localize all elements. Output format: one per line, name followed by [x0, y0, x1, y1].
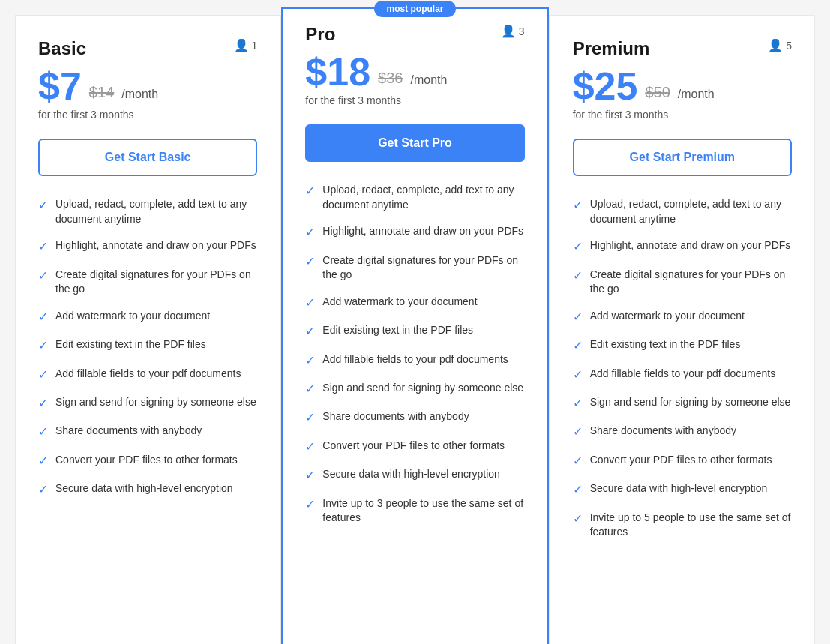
feature-text: Add fillable fields to your pdf document… [322, 352, 508, 367]
most-popular-badge: most popular [374, 1, 455, 17]
feature-item: ✓ Upload, redact, complete, add text to … [573, 197, 792, 226]
feature-item: ✓ Create digital signatures for your PDF… [573, 268, 792, 297]
check-icon: ✓ [573, 197, 583, 214]
feature-text: Add watermark to your document [55, 309, 210, 324]
price-original: $50 [645, 84, 670, 101]
feature-item: ✓ Upload, redact, complete, add text to … [38, 197, 257, 226]
feature-text: Share documents with anybody [55, 424, 202, 439]
user-count: 👤 5 [768, 38, 792, 52]
check-icon: ✓ [305, 352, 315, 369]
check-icon: ✓ [305, 409, 315, 426]
check-icon: ✓ [38, 481, 48, 498]
feature-item: ✓ Secure data with high-level encryption [38, 481, 257, 498]
price-row: $7 $14 /month [38, 67, 257, 106]
price-note: for the first 3 months [38, 109, 257, 121]
check-icon: ✓ [305, 224, 315, 241]
feature-item: ✓ Share documents with anybody [573, 424, 792, 440]
check-icon: ✓ [305, 496, 315, 513]
plan-card-basic: Basic 👤 1 $7 $14 /month for the first 3 … [15, 15, 280, 644]
plan-name: Pro [305, 24, 335, 45]
feature-text: Highlight, annotate and draw on your PDF… [322, 224, 523, 239]
plan-card-pro: most popular Pro 👤 3 $18 $36 /month for … [281, 7, 548, 644]
check-icon: ✓ [38, 238, 48, 255]
price-period: /month [121, 88, 158, 101]
feature-text: Share documents with anybody [322, 409, 469, 424]
feature-text: Convert your PDF files to other formats [590, 453, 772, 468]
feature-text: Share documents with anybody [590, 424, 736, 439]
pricing-container: Basic 👤 1 $7 $14 /month for the first 3 … [15, 15, 815, 644]
check-icon: ✓ [573, 367, 583, 383]
feature-item: ✓ Convert your PDF files to other format… [573, 453, 792, 469]
features-list: ✓ Upload, redact, complete, add text to … [305, 183, 524, 526]
cta-button-basic[interactable]: Get Start Basic [38, 139, 257, 176]
check-icon: ✓ [573, 424, 583, 440]
feature-item: ✓ Share documents with anybody [305, 409, 524, 426]
feature-text: Add watermark to your document [590, 309, 745, 324]
feature-text: Highlight, annotate and draw on your PDF… [55, 238, 256, 253]
check-icon: ✓ [38, 268, 48, 284]
feature-item: ✓ Add fillable fields to your pdf docume… [38, 367, 257, 383]
feature-item: ✓ Add watermark to your document [38, 309, 257, 325]
user-count: 👤 3 [501, 24, 525, 38]
feature-item: ✓ Add watermark to your document [305, 295, 524, 311]
feature-item: ✓ Convert your PDF files to other format… [305, 439, 524, 455]
check-icon: ✓ [573, 337, 583, 354]
features-list: ✓ Upload, redact, complete, add text to … [38, 197, 257, 499]
price-row: $18 $36 /month [305, 52, 524, 91]
check-icon: ✓ [573, 268, 583, 284]
check-icon: ✓ [305, 467, 315, 484]
feature-item: ✓ Add fillable fields to your pdf docume… [573, 367, 792, 383]
price-main: $7 [38, 67, 82, 106]
plan-card-premium: Premium 👤 5 $25 $50 /month for the first… [550, 15, 815, 644]
cta-button-premium[interactable]: Get Start Premium [573, 139, 792, 176]
check-icon: ✓ [573, 511, 583, 527]
price-period: /month [678, 88, 715, 101]
check-icon: ✓ [573, 395, 583, 412]
feature-item: ✓ Edit existing text in the PDF files [573, 337, 792, 354]
feature-text: Edit existing text in the PDF files [590, 337, 741, 352]
feature-item: ✓ Convert your PDF files to other format… [38, 453, 257, 469]
user-count-value: 5 [786, 40, 792, 52]
check-icon: ✓ [38, 424, 48, 440]
check-icon: ✓ [305, 295, 315, 311]
feature-item: ✓ Share documents with anybody [38, 424, 257, 440]
feature-item: ✓ Add fillable fields to your pdf docume… [305, 352, 524, 369]
user-count: 👤 1 [234, 38, 258, 52]
feature-item: ✓ Secure data with high-level encryption [573, 481, 792, 498]
feature-text: Invite up to 3 people to use the same se… [322, 496, 524, 526]
check-icon: ✓ [38, 337, 48, 354]
feature-text: Edit existing text in the PDF files [55, 337, 206, 352]
plan-name: Premium [573, 38, 650, 59]
feature-text: Secure data with high-level encryption [590, 481, 768, 496]
feature-text: Upload, redact, complete, add text to an… [590, 197, 792, 226]
price-original: $36 [378, 70, 403, 87]
feature-text: Create digital signatures for your PDFs … [322, 253, 524, 283]
price-note: for the first 3 months [573, 109, 792, 121]
cta-button-pro[interactable]: Get Start Pro [305, 124, 524, 162]
user-icon: 👤 [501, 24, 516, 38]
check-icon: ✓ [305, 439, 315, 455]
plan-header: Basic 👤 1 [38, 38, 257, 59]
price-main: $25 [573, 67, 638, 106]
check-icon: ✓ [38, 309, 48, 325]
price-note: for the first 3 months [305, 94, 524, 106]
feature-text: Secure data with high-level encryption [55, 481, 233, 496]
feature-item: ✓ Create digital signatures for your PDF… [305, 253, 524, 283]
feature-item: ✓ Highlight, annotate and draw on your P… [573, 238, 792, 255]
features-list: ✓ Upload, redact, complete, add text to … [573, 197, 792, 540]
feature-item: ✓ Add watermark to your document [573, 309, 792, 325]
feature-text: Upload, redact, complete, add text to an… [55, 197, 257, 226]
check-icon: ✓ [305, 253, 315, 270]
feature-item: ✓ Invite up to 5 people to use the same … [573, 511, 792, 540]
plan-header: Pro 👤 3 [305, 24, 524, 45]
feature-item: ✓ Sign and send for signing by someone e… [305, 381, 524, 397]
feature-item: ✓ Edit existing text in the PDF files [305, 323, 524, 340]
feature-text: Sign and send for signing by someone els… [590, 395, 791, 410]
price-period: /month [410, 73, 447, 87]
feature-text: Create digital signatures for your PDFs … [590, 268, 792, 297]
feature-text: Add watermark to your document [322, 295, 477, 310]
check-icon: ✓ [573, 453, 583, 469]
feature-text: Convert your PDF files to other formats [55, 453, 238, 468]
check-icon: ✓ [38, 367, 48, 383]
feature-text: Create digital signatures for your PDFs … [55, 268, 257, 297]
